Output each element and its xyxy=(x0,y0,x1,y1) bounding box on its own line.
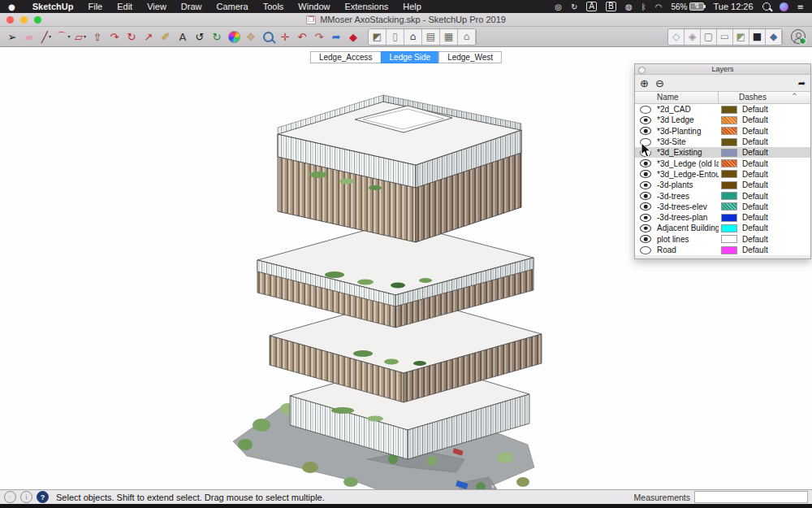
layer-row[interactable]: -3d-trees-elevDefault xyxy=(635,202,810,212)
layer-name[interactable]: *3d_Ledge-Entour xyxy=(657,170,719,179)
layers-panel-titlebar[interactable]: Layers xyxy=(635,64,810,75)
eraser-tool[interactable]: ▰ xyxy=(21,28,37,46)
scene-tab-ledge-side[interactable]: Ledge Side xyxy=(381,51,439,63)
layer-color-swatch[interactable] xyxy=(721,214,737,222)
layer-color-swatch[interactable] xyxy=(721,116,737,124)
layer-name[interactable]: *2d_CAD xyxy=(657,105,719,114)
layer-dashes-value[interactable]: Default xyxy=(742,170,768,179)
layer-dashes-value[interactable]: Default xyxy=(742,202,768,211)
layer-visibility-eye-icon[interactable] xyxy=(640,170,651,178)
menu-item-file[interactable]: File xyxy=(80,2,110,11)
layers-column-header[interactable]: Name Dashes ^ xyxy=(635,91,810,104)
sync-icon[interactable]: ↻ xyxy=(571,2,577,11)
panel-detach-icon[interactable]: ➦ xyxy=(798,78,806,89)
extension-warehouse-tool[interactable]: ◆ xyxy=(345,28,361,46)
menu-item-help[interactable]: Help xyxy=(395,2,429,11)
tape-measure-tool[interactable]: ✐ xyxy=(158,28,174,46)
notification-center-icon[interactable]: ≡ xyxy=(797,2,804,11)
menu-item-extensions[interactable]: Extensions xyxy=(337,2,395,11)
bluetooth-icon[interactable]: ᛒ xyxy=(641,2,646,11)
screen-record-icon[interactable]: ◎ xyxy=(555,2,562,11)
layer-name[interactable]: Road xyxy=(657,245,719,254)
menu-item-camera[interactable]: Camera xyxy=(209,2,256,11)
layer-row[interactable]: *3d-SiteDefault xyxy=(635,137,810,147)
layer-visibility-eye-icon[interactable] xyxy=(640,116,651,124)
top-view-button[interactable]: ▯ xyxy=(387,29,404,45)
layer-name[interactable]: plot lines xyxy=(657,235,719,244)
layer-color-swatch[interactable] xyxy=(721,170,737,178)
minimize-window-button[interactable] xyxy=(20,16,28,24)
layer-row[interactable]: RoadDefault xyxy=(635,245,810,255)
layer-name[interactable]: -3d-plants xyxy=(657,180,719,189)
layer-visibility-eye-icon[interactable] xyxy=(640,235,651,243)
layer-dashes-value[interactable]: Default xyxy=(742,192,768,201)
close-window-button[interactable] xyxy=(6,16,14,24)
layer-row[interactable]: *3d LedgeDefault xyxy=(635,115,810,125)
follow-me-tool[interactable]: ↷ xyxy=(106,28,123,46)
layer-name[interactable]: -3d-trees-elev xyxy=(657,202,719,211)
siri-icon[interactable] xyxy=(780,2,788,11)
layer-dashes-value[interactable]: Default xyxy=(742,245,768,254)
menu-clock[interactable]: Tue 12:26 xyxy=(713,2,753,11)
layer-color-swatch[interactable] xyxy=(721,138,737,146)
push-pull-tool[interactable]: ⇧ xyxy=(89,28,106,46)
shape-tool[interactable]: ▱▾ xyxy=(72,28,89,46)
pan-tool[interactable]: ✥ xyxy=(243,28,259,46)
right-view-button[interactable]: ▤ xyxy=(422,29,440,45)
layer-dashes-value[interactable]: Default xyxy=(742,213,768,222)
zoom-window-button[interactable] xyxy=(34,16,41,24)
panel-close-icon[interactable] xyxy=(638,67,646,74)
layer-dashes-value[interactable]: Default xyxy=(742,137,768,146)
layer-color-swatch[interactable] xyxy=(721,235,737,243)
layer-color-swatch[interactable] xyxy=(721,106,737,114)
style-hidden-line-button[interactable]: ▭ xyxy=(717,29,733,45)
scene-tab-ledge-west[interactable]: Ledge_West xyxy=(438,51,502,63)
style-monochrome-button[interactable]: ◆ xyxy=(766,29,782,45)
layer-row[interactable]: -3d-trees-planDefault xyxy=(635,212,810,223)
layer-row[interactable]: Adjacent BuildingsDefault xyxy=(635,223,810,233)
layer-name[interactable]: *3d-Planting xyxy=(657,127,719,136)
layer-row[interactable]: -3d-treesDefault xyxy=(635,190,810,201)
front-view-button[interactable]: ⌂ xyxy=(404,29,422,45)
account-avatar[interactable] xyxy=(791,29,806,44)
menu-item-sketchup[interactable]: SketchUp xyxy=(25,2,81,11)
column-name[interactable]: Name xyxy=(657,93,679,102)
layer-visibility-eye-icon[interactable] xyxy=(640,224,651,232)
scene-tab-ledge-access[interactable]: Ledge_Access xyxy=(310,51,381,63)
layer-color-swatch[interactable] xyxy=(721,159,737,167)
layer-color-swatch[interactable] xyxy=(721,202,737,211)
style-shaded-button[interactable]: ◩ xyxy=(733,29,749,45)
menu-item-tools[interactable]: Tools xyxy=(256,2,292,11)
apple-menu-icon[interactable]: ● xyxy=(8,2,15,11)
layer-dashes-value[interactable]: Default xyxy=(742,127,768,136)
layer-row[interactable]: plot linesDefault xyxy=(635,234,810,245)
layer-row[interactable]: *3d_Ledge-EntourDefault xyxy=(635,169,810,180)
rotate-tool[interactable]: ↻ xyxy=(123,28,140,46)
back-view-button[interactable]: ▦ xyxy=(440,29,458,45)
layer-visibility-eye-icon[interactable] xyxy=(640,192,651,200)
layer-color-swatch[interactable] xyxy=(721,149,737,157)
layer-name[interactable]: Adjacent Buildings xyxy=(657,224,719,232)
layer-dashes-value[interactable]: Default xyxy=(742,235,768,244)
layer-color-swatch[interactable] xyxy=(721,224,737,232)
column-dashes[interactable]: Dashes xyxy=(739,93,767,102)
layer-name[interactable]: -3d-trees xyxy=(657,192,719,201)
battery-indicator[interactable]: 56% ↯ xyxy=(671,2,704,11)
home-view-button[interactable]: ⌂ xyxy=(458,29,476,45)
orbit-tool[interactable]: ↺ xyxy=(192,28,208,46)
look-around-tool[interactable]: ↻ xyxy=(209,28,225,46)
layer-visibility-eye-icon[interactable] xyxy=(640,159,651,167)
next-view-tool[interactable]: ↷ xyxy=(311,28,327,46)
layer-row[interactable]: -3d-plantsDefault xyxy=(635,180,810,190)
zoom-tool[interactable] xyxy=(260,28,276,46)
geolocation-icon[interactable]: ◦ xyxy=(4,491,16,503)
spotlight-icon[interactable] xyxy=(762,2,771,11)
layer-color-swatch[interactable] xyxy=(721,181,737,189)
menu-item-view[interactable]: View xyxy=(140,2,174,11)
dropdown-caret-icon[interactable]: ▾ xyxy=(49,34,51,39)
paint-color-wheel-tool[interactable] xyxy=(226,28,242,46)
layer-dashes-value[interactable]: Default xyxy=(742,148,768,157)
layer-color-swatch[interactable] xyxy=(721,127,737,135)
layer-visibility-eye-icon[interactable] xyxy=(640,127,651,135)
app-b-icon[interactable]: B xyxy=(606,2,616,11)
